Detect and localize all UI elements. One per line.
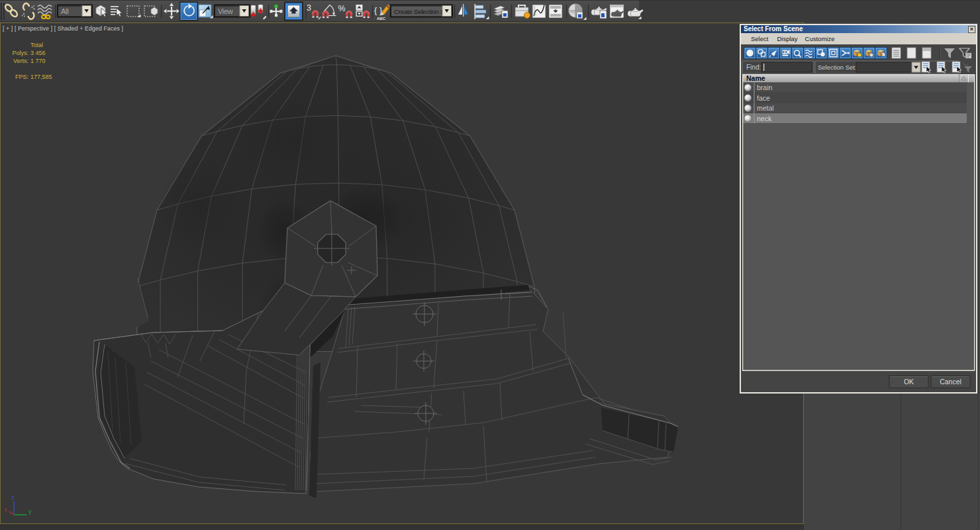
svg-text:Selection Set:: Selection Set:	[818, 64, 857, 71]
svg-text:ABC: ABC	[377, 17, 386, 21]
svg-text:brain: brain	[757, 83, 773, 91]
svg-text:OK: OK	[904, 378, 914, 386]
svg-text:Create Selection Se: Create Selection Se	[394, 8, 448, 15]
svg-text:Name: Name	[746, 74, 765, 82]
svg-text:%: %	[338, 4, 346, 13]
svg-text:metal: metal	[757, 104, 774, 112]
svg-text:y: y	[28, 508, 32, 515]
svg-text:3: 3	[307, 3, 311, 13]
svg-text:View: View	[218, 7, 233, 15]
svg-text:All: All	[61, 7, 68, 15]
svg-text:z: z	[11, 494, 15, 501]
svg-text:neck: neck	[757, 115, 772, 123]
svg-text:face: face	[757, 94, 770, 102]
svg-text:x: x	[4, 506, 7, 513]
svg-text:Find:: Find:	[746, 64, 761, 71]
svg-text:Cancel: Cancel	[940, 378, 961, 386]
